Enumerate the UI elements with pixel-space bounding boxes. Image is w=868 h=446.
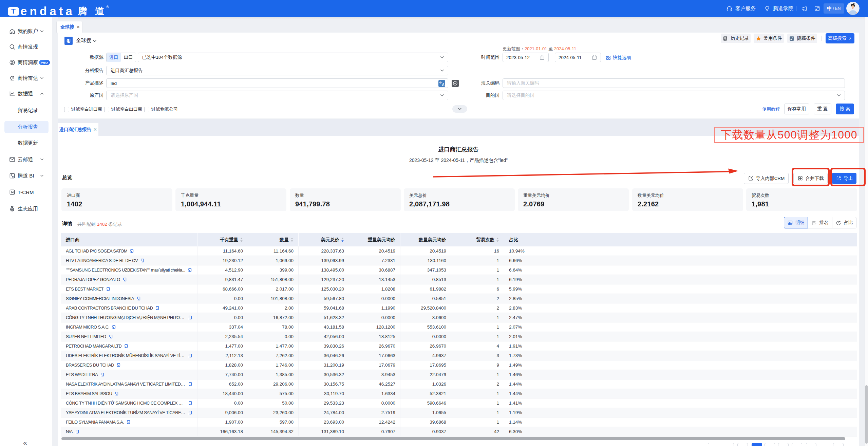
- checkbox-box[interactable]: [64, 107, 69, 112]
- crm-add-icon[interactable]: [155, 306, 159, 310]
- history-button[interactable]: 历史记录: [721, 34, 751, 43]
- crm-add-icon[interactable]: [122, 277, 127, 282]
- tab-global-search[interactable]: 全球搜×: [56, 21, 82, 33]
- view-detail-tab[interactable]: 明细: [784, 217, 808, 228]
- importer-cell[interactable]: N/A: [61, 427, 197, 436]
- close-icon[interactable]: ×: [93, 127, 97, 132]
- importer-cell[interactable]: SIGNIFY COMMERCIAL INDONESIA: [61, 294, 197, 303]
- form-collapse-button[interactable]: [452, 105, 467, 113]
- customer-service-button[interactable]: 客户服务: [726, 0, 756, 17]
- pagination-prev-button[interactable]: [708, 443, 734, 446]
- pagination-page-button[interactable]: [792, 443, 802, 446]
- crm-add-icon[interactable]: [100, 372, 105, 377]
- sort-icon[interactable]: [341, 237, 344, 242]
- avatar[interactable]: [846, 2, 860, 15]
- importer-cell[interactable]: BRASSERIES DU TCHAD: [61, 360, 197, 370]
- crm-add-icon[interactable]: [188, 353, 192, 358]
- sidebar-item-eco-apps[interactable]: 生态应用: [0, 202, 52, 216]
- announcement-icon[interactable]: [801, 5, 807, 12]
- filter-logistics-checkbox[interactable]: 过滤物流公司: [144, 106, 178, 112]
- pagination-page-button[interactable]: [778, 443, 789, 446]
- report-type-select[interactable]: 进口商汇总报告: [106, 66, 448, 75]
- checkbox-box[interactable]: [104, 107, 109, 112]
- tab-importer-report[interactable]: 进口商汇总报告×: [58, 123, 98, 136]
- crm-add-icon[interactable]: [116, 363, 121, 367]
- crm-add-icon[interactable]: [188, 410, 192, 415]
- sidebar-item-data-hub[interactable]: 数据通: [0, 87, 52, 100]
- importer-cell[interactable]: UDES ELEKTRİK ELEKTRONİK MÜHENDİSLİK SAN…: [61, 351, 197, 360]
- sort-icon[interactable]: [496, 237, 499, 242]
- product-desc-input[interactable]: led中A: [106, 78, 448, 88]
- tutorial-link[interactable]: 使用教程: [762, 106, 780, 112]
- sidebar-item-cloud-mail[interactable]: 云邮通: [0, 153, 52, 166]
- pagination-page-button[interactable]: [833, 443, 844, 446]
- crm-add-icon[interactable]: [75, 429, 79, 434]
- sidebar-item-tendata-bi[interactable]: BI 腾道 BI: [0, 169, 52, 183]
- col-header[interactable]: 千克重量: [197, 233, 248, 246]
- language-switch[interactable]: 中 / EN: [824, 3, 844, 14]
- data-source-select[interactable]: 已选中104个数据源: [138, 53, 448, 62]
- hide-conditions-button[interactable]: 隐藏条件: [787, 34, 817, 43]
- origin-country-select[interactable]: 请选择原产国: [106, 91, 448, 100]
- crm-add-icon[interactable]: [136, 296, 141, 301]
- brand-logo[interactable]: T endata 腾 道 ®: [8, 4, 109, 18]
- importer-cell[interactable]: ETS BRAHIM SALISSOU: [61, 389, 197, 398]
- search-engine-label[interactable]: 全球搜: [76, 37, 91, 44]
- crm-add-icon[interactable]: [106, 287, 110, 291]
- sidebar-item-biz-insight[interactable]: 商情洞察 PRO: [0, 56, 52, 69]
- importer-cell[interactable]: SUPER NET LIMITED: [61, 332, 197, 341]
- importer-cell[interactable]: CÔNG TY TNHH ĐIỆN TỬ SAMSUNG HCMC CE COM…: [61, 398, 197, 408]
- date-to-input[interactable]: 2024-05-11: [555, 53, 601, 62]
- toggle-export[interactable]: 出口: [121, 53, 136, 62]
- crm-add-icon[interactable]: [109, 334, 113, 339]
- filter-blank-exporter-checkbox[interactable]: 过滤空白出口商: [104, 106, 142, 112]
- sidebar-item-biz-radar[interactable]: 商情雷达: [0, 71, 52, 85]
- search-button[interactable]: 搜 索: [836, 104, 854, 114]
- crm-add-icon[interactable]: [188, 268, 192, 272]
- crm-add-icon[interactable]: [124, 344, 128, 348]
- crm-add-icon[interactable]: [112, 325, 116, 329]
- importer-cell[interactable]: PETROCHAD MANGARA LTD: [61, 341, 197, 351]
- col-header[interactable]: 重量美元均价: [349, 233, 400, 246]
- destination-select[interactable]: 请选择目的国: [503, 91, 845, 100]
- importer-cell[interactable]: """SAMSUNG ELECTRONICS UZBEKISTAN"" mas`…: [61, 265, 197, 275]
- col-header[interactable]: 占比: [504, 233, 857, 246]
- crm-add-icon[interactable]: [140, 258, 145, 263]
- sidebar-item-biz-discovery[interactable]: 商情发现: [0, 40, 52, 54]
- pagination-page-button[interactable]: [737, 443, 748, 446]
- importer-cell[interactable]: NASA ELEKTRİK AYDINLATMA SANAYİ VE TİCAR…: [61, 379, 197, 389]
- close-icon[interactable]: ×: [77, 24, 80, 30]
- engine-chevron-down-icon[interactable]: [93, 39, 97, 43]
- importer-cell[interactable]: PEDRAJA LOPEZ GONZALO: [61, 275, 197, 284]
- pagination-page-button[interactable]: [806, 443, 816, 446]
- hs-code-input[interactable]: 请输入海关编码: [503, 78, 845, 88]
- advanced-search-button[interactable]: 高级搜索: [826, 33, 854, 43]
- filter-blank-importer-checkbox[interactable]: 过滤空白进口商: [64, 106, 102, 112]
- importer-cell[interactable]: YSF AYDINLATMA ELEKTRONİK TURİZM SANAYİ …: [61, 408, 197, 417]
- fullscreen-icon[interactable]: [814, 5, 820, 12]
- horizontal-scrollbar-thumb[interactable]: [61, 437, 845, 440]
- vertical-scrollbar-thumb[interactable]: [865, 385, 868, 444]
- col-header[interactable]: 数量美元均价: [400, 233, 451, 246]
- academy-button[interactable]: 腾道学院: [764, 0, 793, 17]
- translate-icon[interactable]: 中A: [438, 80, 445, 87]
- importer-cell[interactable]: ETS BEST MARKET: [61, 284, 197, 294]
- toggle-import[interactable]: 进口: [107, 53, 121, 62]
- crm-add-icon[interactable]: [114, 391, 119, 396]
- sort-icon[interactable]: [240, 237, 243, 242]
- sidebar-item-analysis-report[interactable]: 分析报告: [0, 120, 52, 134]
- crm-add-icon[interactable]: [188, 382, 192, 386]
- reset-button[interactable]: 重 置: [814, 104, 831, 114]
- importer-cell[interactable]: INGRAM MICRO S.A.C.: [61, 322, 197, 332]
- pagination-page-button[interactable]: [765, 443, 775, 446]
- sidebar-collapse-button[interactable]: «: [23, 439, 26, 446]
- view-share-tab[interactable]: 占比: [832, 217, 856, 228]
- favorite-conditions-button[interactable]: 常用条件: [754, 34, 784, 43]
- quick-options-link[interactable]: 快捷选项: [606, 55, 631, 61]
- importer-cell[interactable]: ARAB CONTRACTORS BRANCHE DU TCHAD: [61, 303, 197, 313]
- vertical-scrollbar[interactable]: [865, 17, 868, 446]
- save-favorite-button[interactable]: 保存常用: [784, 104, 809, 114]
- importer-cell[interactable]: AGL TCHAD P/C SOGEA SATOM: [61, 246, 197, 256]
- sidebar-item-trade-records[interactable]: 贸易记录: [0, 104, 52, 117]
- sidebar-item-t-crm[interactable]: T-CRM: [0, 185, 52, 199]
